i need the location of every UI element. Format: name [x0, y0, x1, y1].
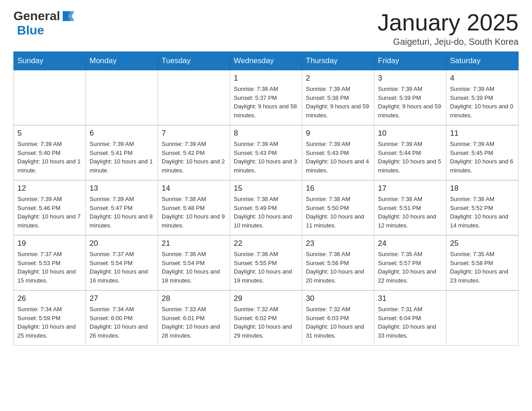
day-number: 19	[17, 239, 82, 248]
day-number: 11	[450, 129, 515, 138]
calendar-cell: 31Sunrise: 7:31 AM Sunset: 6:04 PM Dayli…	[374, 291, 446, 346]
logo-flag-icon	[61, 9, 74, 23]
day-number: 17	[378, 184, 442, 193]
calendar-cell: 20Sunrise: 7:37 AM Sunset: 5:54 PM Dayli…	[86, 235, 158, 291]
calendar-title: January 2025	[378, 9, 519, 36]
day-number: 12	[17, 184, 82, 193]
day-number: 31	[378, 294, 442, 303]
calendar-table: SundayMondayTuesdayWednesdayThursdayFrid…	[13, 51, 519, 346]
day-number: 25	[450, 239, 515, 248]
day-number: 14	[162, 184, 226, 193]
day-number: 15	[234, 184, 298, 193]
day-number: 8	[234, 129, 298, 138]
day-number: 10	[378, 129, 442, 138]
day-info: Sunrise: 7:38 AM Sunset: 5:48 PM Dayligh…	[162, 195, 226, 230]
day-info: Sunrise: 7:38 AM Sunset: 5:49 PM Dayligh…	[234, 195, 298, 230]
calendar-cell: 11Sunrise: 7:39 AM Sunset: 5:45 PM Dayli…	[446, 125, 519, 180]
day-info: Sunrise: 7:32 AM Sunset: 6:02 PM Dayligh…	[234, 305, 298, 340]
day-info: Sunrise: 7:37 AM Sunset: 5:54 PM Dayligh…	[90, 250, 154, 285]
day-number: 30	[306, 294, 370, 303]
calendar-cell: 16Sunrise: 7:38 AM Sunset: 5:50 PM Dayli…	[302, 180, 374, 235]
day-info: Sunrise: 7:33 AM Sunset: 6:01 PM Dayligh…	[162, 305, 226, 340]
day-info: Sunrise: 7:34 AM Sunset: 6:00 PM Dayligh…	[90, 305, 154, 340]
calendar-week-row: 12Sunrise: 7:39 AM Sunset: 5:46 PM Dayli…	[14, 180, 519, 235]
day-info: Sunrise: 7:39 AM Sunset: 5:44 PM Dayligh…	[378, 140, 442, 175]
day-number: 5	[17, 129, 82, 138]
calendar-cell: 12Sunrise: 7:39 AM Sunset: 5:46 PM Dayli…	[14, 180, 86, 235]
calendar-cell	[14, 70, 86, 125]
day-number: 4	[450, 74, 515, 83]
calendar-cell: 7Sunrise: 7:39 AM Sunset: 5:42 PM Daylig…	[158, 125, 230, 180]
day-info: Sunrise: 7:39 AM Sunset: 5:47 PM Dayligh…	[90, 195, 154, 230]
logo-blue-text: Blue	[17, 23, 44, 38]
day-number: 28	[162, 294, 226, 303]
day-info: Sunrise: 7:38 AM Sunset: 5:52 PM Dayligh…	[450, 195, 515, 230]
day-info: Sunrise: 7:35 AM Sunset: 5:58 PM Dayligh…	[450, 250, 515, 285]
weekday-header-monday: Monday	[86, 52, 158, 70]
calendar-week-row: 19Sunrise: 7:37 AM Sunset: 5:53 PM Dayli…	[14, 235, 519, 291]
day-info: Sunrise: 7:39 AM Sunset: 5:42 PM Dayligh…	[162, 140, 226, 175]
calendar-cell: 3Sunrise: 7:39 AM Sunset: 5:39 PM Daylig…	[374, 70, 446, 125]
day-info: Sunrise: 7:39 AM Sunset: 5:41 PM Dayligh…	[90, 140, 154, 175]
day-number: 9	[306, 129, 370, 138]
calendar-cell: 13Sunrise: 7:39 AM Sunset: 5:47 PM Dayli…	[86, 180, 158, 235]
calendar-week-row: 1Sunrise: 7:38 AM Sunset: 5:37 PM Daylig…	[14, 70, 519, 125]
day-number: 13	[90, 184, 154, 193]
day-number: 6	[90, 129, 154, 138]
weekday-header-thursday: Thursday	[302, 52, 374, 70]
calendar-cell: 25Sunrise: 7:35 AM Sunset: 5:58 PM Dayli…	[446, 235, 519, 291]
calendar-cell: 9Sunrise: 7:39 AM Sunset: 5:43 PM Daylig…	[302, 125, 374, 180]
day-info: Sunrise: 7:39 AM Sunset: 5:40 PM Dayligh…	[17, 140, 82, 175]
weekday-header-wednesday: Wednesday	[230, 52, 302, 70]
day-info: Sunrise: 7:35 AM Sunset: 5:57 PM Dayligh…	[378, 250, 442, 285]
calendar-cell: 24Sunrise: 7:35 AM Sunset: 5:57 PM Dayli…	[374, 235, 446, 291]
day-info: Sunrise: 7:31 AM Sunset: 6:04 PM Dayligh…	[378, 305, 442, 340]
day-number: 3	[378, 74, 442, 83]
day-number: 20	[90, 239, 154, 248]
page-header: General Blue January 2025 Gaigeturi, Jej…	[13, 9, 519, 47]
weekday-header-sunday: Sunday	[14, 52, 86, 70]
calendar-cell: 1Sunrise: 7:38 AM Sunset: 5:37 PM Daylig…	[230, 70, 302, 125]
calendar-cell: 30Sunrise: 7:32 AM Sunset: 6:03 PM Dayli…	[302, 291, 374, 346]
day-number: 21	[162, 239, 226, 248]
logo: General Blue	[13, 9, 74, 38]
title-area: January 2025 Gaigeturi, Jeju-do, South K…	[378, 9, 519, 47]
day-number: 24	[378, 239, 442, 248]
logo-general-text: General	[13, 9, 60, 23]
day-number: 22	[234, 239, 298, 248]
calendar-cell: 22Sunrise: 7:36 AM Sunset: 5:55 PM Dayli…	[230, 235, 302, 291]
calendar-cell: 28Sunrise: 7:33 AM Sunset: 6:01 PM Dayli…	[158, 291, 230, 346]
weekday-header-friday: Friday	[374, 52, 446, 70]
calendar-cell	[446, 291, 519, 346]
day-info: Sunrise: 7:37 AM Sunset: 5:53 PM Dayligh…	[17, 250, 82, 285]
calendar-cell: 23Sunrise: 7:36 AM Sunset: 5:56 PM Dayli…	[302, 235, 374, 291]
calendar-cell	[158, 70, 230, 125]
weekday-header-saturday: Saturday	[446, 52, 519, 70]
logo-icon-area	[61, 9, 74, 23]
calendar-week-row: 5Sunrise: 7:39 AM Sunset: 5:40 PM Daylig…	[14, 125, 519, 180]
day-info: Sunrise: 7:39 AM Sunset: 5:45 PM Dayligh…	[450, 140, 515, 175]
day-number: 18	[450, 184, 515, 193]
calendar-cell: 14Sunrise: 7:38 AM Sunset: 5:48 PM Dayli…	[158, 180, 230, 235]
calendar-subtitle: Gaigeturi, Jeju-do, South Korea	[378, 37, 519, 47]
day-number: 2	[306, 74, 370, 83]
calendar-cell: 17Sunrise: 7:38 AM Sunset: 5:51 PM Dayli…	[374, 180, 446, 235]
day-number: 26	[17, 294, 82, 303]
day-info: Sunrise: 7:39 AM Sunset: 5:38 PM Dayligh…	[306, 85, 370, 120]
day-info: Sunrise: 7:32 AM Sunset: 6:03 PM Dayligh…	[306, 305, 370, 340]
day-info: Sunrise: 7:36 AM Sunset: 5:54 PM Dayligh…	[162, 250, 226, 285]
day-info: Sunrise: 7:36 AM Sunset: 5:56 PM Dayligh…	[306, 250, 370, 285]
day-info: Sunrise: 7:34 AM Sunset: 5:59 PM Dayligh…	[17, 305, 82, 340]
day-number: 29	[234, 294, 298, 303]
calendar-cell: 2Sunrise: 7:39 AM Sunset: 5:38 PM Daylig…	[302, 70, 374, 125]
calendar-cell: 26Sunrise: 7:34 AM Sunset: 5:59 PM Dayli…	[14, 291, 86, 346]
day-info: Sunrise: 7:39 AM Sunset: 5:43 PM Dayligh…	[234, 140, 298, 175]
calendar-cell: 29Sunrise: 7:32 AM Sunset: 6:02 PM Dayli…	[230, 291, 302, 346]
calendar-cell: 27Sunrise: 7:34 AM Sunset: 6:00 PM Dayli…	[86, 291, 158, 346]
day-info: Sunrise: 7:36 AM Sunset: 5:55 PM Dayligh…	[234, 250, 298, 285]
day-info: Sunrise: 7:38 AM Sunset: 5:51 PM Dayligh…	[378, 195, 442, 230]
day-info: Sunrise: 7:39 AM Sunset: 5:39 PM Dayligh…	[378, 85, 442, 120]
day-info: Sunrise: 7:39 AM Sunset: 5:39 PM Dayligh…	[450, 85, 515, 120]
day-number: 23	[306, 239, 370, 248]
calendar-cell: 19Sunrise: 7:37 AM Sunset: 5:53 PM Dayli…	[14, 235, 86, 291]
